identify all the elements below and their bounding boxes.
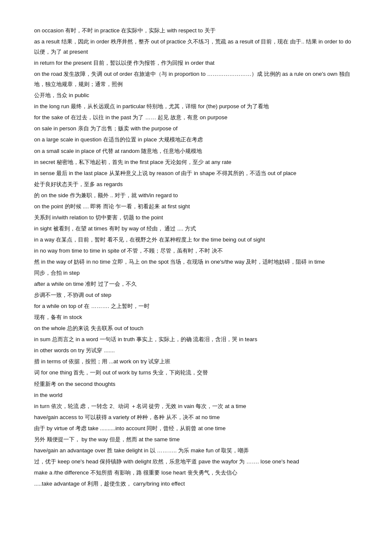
- text-line-20: 同步，合拍 in step: [34, 268, 358, 278]
- text-line-25: on the whole 总的来说 失去联系 out of touch: [34, 323, 358, 334]
- text-line-12: 处于良好状态关于，至多 as regards: [34, 179, 358, 190]
- text-line-16: in sight 被看到，在望 at times 有时 by way of 经由…: [34, 224, 358, 234]
- text-line-37: 过，优于 keep one's head 保持镇静 with delight 欣…: [34, 457, 358, 467]
- text-line-10: in secret 秘密地，私下地起初，首先 in the first plac…: [34, 157, 358, 167]
- text-line-28: 措 in terms of 依据，按照；用 ...at work on try …: [34, 357, 358, 367]
- text-line-39: .....take advantage of 利用，趁使生效， carry/br…: [34, 479, 358, 489]
- text-line-33: have/gain access to 可以获得 a variety of 种种…: [34, 412, 358, 423]
- text-line-5: in the long run 最终，从长远观点 in particular 特…: [34, 101, 358, 112]
- text-line-19: 然 in the way of 妨碍 in no time 立即，马上 on t…: [34, 257, 358, 267]
- text-line-2: in return for the present 目前，暂以以便 作为报答，作…: [34, 58, 358, 68]
- text-line-27: in other words on try 另试穿 .......: [34, 345, 358, 356]
- text-line-23: for a while on top of 在 ………. 之上暂时，一时: [34, 301, 358, 311]
- text-line-1: as a result 结果，因此 in order 秩序井然，整齐 out o…: [34, 37, 358, 57]
- text-line-4: 公开地，当众 in public: [34, 90, 358, 101]
- text-line-14: on the point 的时候 .... 即将 而论 乍一看，初看起来 at …: [34, 201, 358, 212]
- text-line-7: on sale in person 亲自 为了出售；贩卖 with the pu…: [34, 124, 358, 134]
- text-line-0: on occasion 有时，不时 in practice 在实际中，实际上 w…: [34, 26, 358, 36]
- text-line-36: have/gain an advantage over 胜 take delig…: [34, 446, 358, 456]
- text-line-8: on a large scale in question 在适当的位置 in p…: [34, 135, 358, 145]
- text-line-17: in a way 在某点，目前，暂时 看不见，在视野之外 在某种程度上 for …: [34, 235, 358, 245]
- text-line-32: in turn 依次，轮流 虑，一转念 2、动词 ＋名词 徒劳，无效 in va…: [34, 401, 358, 411]
- text-line-24: 现有，备有 in stock: [34, 312, 358, 322]
- text-line-9: on a small scale in place of 代替 at rando…: [34, 146, 358, 156]
- text-line-26: in sum 总而言之 in a word 一句话 in truth 事实上，实…: [34, 334, 358, 345]
- text-line-22: 步调不一致，不协调 out of step: [34, 290, 358, 300]
- main-content: on occasion 有时，不时 in practice 在实际中，实际上 w…: [34, 26, 358, 489]
- text-line-35: 另外 顺便提一下， by the way 但是，然而 at the same t…: [34, 434, 358, 445]
- text-line-18: in no way from time to time in spite of …: [34, 246, 358, 256]
- text-line-13: 的 on the side 作为兼职，额外 .. 对于，就 with/in re…: [34, 190, 358, 201]
- text-line-29: 词 for one thing 首先，一则 out of work by tur…: [34, 368, 358, 378]
- text-line-15: 关系到 in/with relation to 切中要害，切题 to the p…: [34, 213, 358, 223]
- text-line-3: on the road 发生故障，失调 out of order 在旅途中（与 …: [34, 69, 358, 89]
- text-line-38: make a /the difference 不知所措 有影响，路 很重要 lo…: [34, 468, 358, 478]
- text-line-31: in the world: [34, 390, 358, 400]
- text-line-21: after a while on time 准时 过了一会，不久: [34, 279, 358, 289]
- text-line-6: for the sake of 在过去，以往 in the past 为了 ………: [34, 112, 358, 123]
- text-line-30: 经重新考 on the second thoughts: [34, 379, 358, 389]
- text-line-11: in sense 最后 in the last place 从某种意义上说 by…: [34, 168, 358, 178]
- text-line-34: 由于 by virtue of 考虑 take ..........into a…: [34, 423, 358, 434]
